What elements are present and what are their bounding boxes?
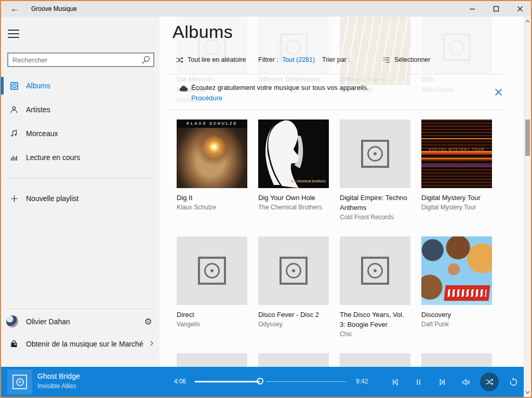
album-artist: Klaus Schulze — [177, 203, 247, 213]
sidebar-separator — [6, 178, 154, 178]
banner-procedure-link[interactable]: Procédure — [191, 94, 222, 102]
seek-slider-thumb[interactable] — [257, 378, 263, 384]
shuffle-button[interactable] — [480, 373, 499, 391]
hamburger-menu-button[interactable] — [8, 30, 19, 38]
album-card[interactable]: Direct Vangelis — [177, 236, 247, 353]
select-label: Sélectionner — [394, 56, 431, 63]
album-art-placeholder — [340, 236, 410, 305]
album-disc-icon — [12, 375, 27, 389]
now-playing-track: Ghost Bridge — [37, 372, 80, 380]
sidebar-item-artistes[interactable]: Artistes — [1, 98, 159, 122]
album-card[interactable]: The Disco Years, Vol. 3: Boogie Fever Ch… — [340, 236, 410, 353]
close-button[interactable] — [508, 1, 531, 17]
store-link-label: Obtenir de la musique sur le Marché — [26, 340, 143, 348]
select-checklist-icon — [382, 56, 391, 64]
pause-button[interactable] — [409, 373, 428, 391]
album-card[interactable]: Digital Empire: Techno Anthems Cold Fron… — [340, 120, 410, 236]
maximize-button[interactable] — [484, 1, 508, 17]
repeat-icon — [509, 377, 518, 387]
equalizer-icon — [9, 153, 19, 162]
album-card[interactable]: Discovery Daft Punk — [421, 236, 492, 353]
album-card[interactable]: Disco Fever - Disc 2 Odyssey — [258, 236, 329, 353]
album-art-placeholder — [340, 120, 410, 188]
volume-button[interactable] — [457, 373, 475, 391]
filter-label: Filtrer : — [258, 56, 278, 63]
scroll-down-icon[interactable] — [524, 389, 531, 396]
seek-slider[interactable] — [195, 377, 347, 386]
elapsed-time: 4:06 — [163, 378, 186, 385]
user-name: Olivier Dahan — [26, 317, 70, 326]
sidebar-separator — [6, 309, 154, 309]
album-artist: Daft Punk — [421, 320, 492, 329]
new-playlist-button[interactable]: Nouvelle playlist — [1, 188, 159, 209]
scroll-up-icon[interactable] — [524, 18, 531, 25]
partial-album-tile — [421, 353, 492, 367]
close-icon — [517, 6, 523, 12]
search-box — [7, 52, 154, 67]
total-time: 9:42 — [356, 378, 379, 385]
get-music-store-link[interactable]: Obtenir de la musique sur le Marché — [1, 334, 159, 354]
filter-value[interactable]: Tout (2281) — [282, 56, 315, 63]
sidebar: Albums Artistes Morceaux — [1, 17, 159, 397]
filter-button[interactable]: Filtrer : Tout (2281) — [258, 54, 315, 65]
promo-banner: Écoutez gratuitement votre musique sur t… — [170, 74, 508, 110]
partial-album-tile — [258, 353, 329, 367]
banner-close-button[interactable] — [489, 74, 507, 110]
sidebar-item-albums[interactable]: Albums — [1, 74, 159, 98]
search-icon[interactable] — [138, 55, 153, 65]
next-button[interactable] — [433, 373, 451, 391]
album-artist: The Chemical Brothers — [258, 203, 329, 213]
now-playing-album: Invisible Allies — [37, 382, 76, 390]
scrollbar-thumb[interactable] — [525, 120, 530, 156]
album-card[interactable]: the chemical brothers Dig Your Own Hole … — [258, 120, 329, 236]
shuffle-icon — [175, 56, 184, 64]
sidebar-nav: Albums Artistes Morceaux — [1, 74, 159, 169]
album-title: Dig It — [177, 193, 247, 203]
album-title: Direct — [177, 310, 247, 320]
shuffle-all-button[interactable]: Tout lire en aléatoire — [175, 54, 246, 65]
album-title: The Disco Years, Vol. 3: Boogie Fever — [340, 310, 410, 329]
minimize-icon — [469, 6, 475, 12]
album-artist: Cold Front Records — [340, 213, 410, 222]
album-artist: Digital Mystery Tour — [421, 203, 492, 213]
album-title: Discovery — [421, 310, 492, 320]
titlebar: ← Groove Musique — [1, 1, 531, 17]
sidebar-item-label: Artistes — [26, 105, 50, 114]
sidebar-item-lecture-en-cours[interactable]: Lecture en cours — [1, 145, 159, 169]
chevron-right-icon — [149, 340, 155, 348]
settings-gear-button[interactable]: ⚙ — [142, 311, 154, 332]
page-title: Albums — [172, 22, 233, 42]
avatar[interactable] — [6, 315, 18, 327]
select-button[interactable]: Sélectionner — [382, 54, 431, 65]
album-artist: Vangelis — [177, 320, 247, 329]
app-title: Groove Musique — [31, 1, 77, 17]
previous-button[interactable] — [385, 373, 404, 391]
album-title: Disco Fever - Disc 2 — [258, 310, 329, 320]
album-grid: KLAUS SCHULZE Dig It Klaus Schulze the c… — [177, 120, 520, 353]
app-window: ← Groove Musique — [0, 0, 532, 398]
cloud-icon — [179, 85, 188, 94]
shuffle-icon — [485, 377, 494, 387]
shuffle-all-label: Tout lire en aléatoire — [188, 56, 246, 63]
previous-icon — [390, 377, 400, 387]
album-art: DIGITAL MYSTERY TOUR — [421, 120, 492, 188]
now-playing-thumbnail[interactable] — [7, 369, 32, 394]
user-account-row[interactable]: Olivier Dahan ⚙ — [1, 311, 159, 332]
volume-icon — [461, 377, 471, 387]
album-card[interactable]: KLAUS SCHULZE Dig It Klaus Schulze — [177, 120, 247, 236]
minimize-button[interactable] — [460, 1, 484, 17]
vertical-scrollbar[interactable] — [524, 17, 531, 397]
player-bar: Ghost Bridge Invisible Allies 4:06 9:42 — [1, 367, 524, 397]
back-button[interactable]: ← — [7, 3, 22, 15]
partial-album-tile — [177, 353, 247, 367]
album-card[interactable]: DIGITAL MYSTERY TOUR Digital Mystery Tou… — [421, 120, 492, 236]
sidebar-item-label: Albums — [26, 82, 50, 90]
sort-button[interactable]: Trier par : — [322, 54, 350, 65]
repeat-button[interactable] — [504, 373, 523, 391]
ghost-album-tile — [421, 17, 492, 74]
artist-icon — [9, 105, 19, 114]
album-art — [421, 236, 492, 305]
search-input[interactable] — [8, 56, 138, 64]
sidebar-item-morceaux[interactable]: Morceaux — [1, 122, 159, 145]
sidebar-item-label: Morceaux — [26, 129, 58, 138]
